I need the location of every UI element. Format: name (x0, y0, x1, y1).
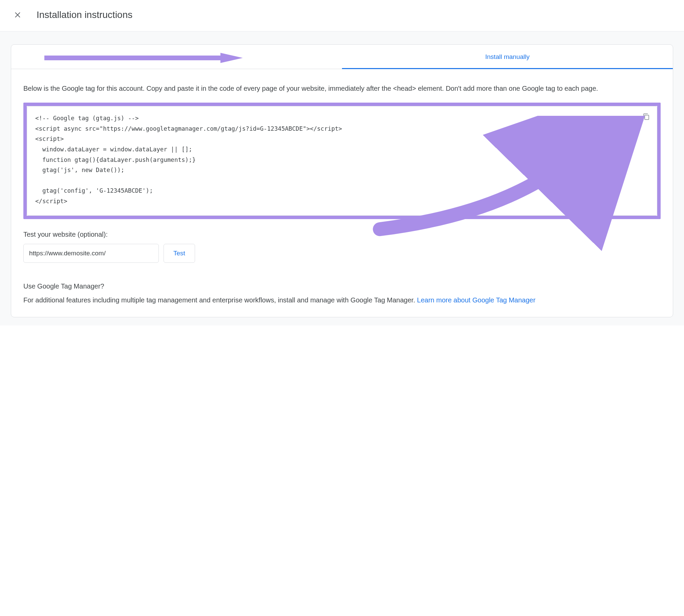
test-row: Test (23, 244, 661, 263)
gtm-learn-more-link[interactable]: Learn more about Google Tag Manager (417, 296, 536, 304)
svg-rect-4 (645, 115, 649, 120)
code-highlight-frame: <!-- Google tag (gtag.js) --> <script as… (23, 103, 661, 219)
intro-text: Below is the Google tag for this account… (23, 83, 661, 94)
tab-active-underline (342, 68, 673, 69)
dialog-header: Installation instructions (0, 0, 684, 31)
card-body: Below is the Google tag for this account… (11, 69, 673, 317)
test-button[interactable]: Test (164, 244, 195, 263)
gtm-body-text: For additional features including multip… (23, 296, 417, 304)
tab-install-manually[interactable]: Install manually (342, 45, 673, 69)
test-url-input[interactable] (23, 244, 159, 263)
copy-icon (642, 112, 650, 121)
code-box: <!-- Google tag (gtag.js) --> <script as… (27, 106, 657, 216)
copy-button[interactable] (639, 110, 653, 123)
tab-label: Install manually (485, 53, 530, 61)
close-button[interactable] (10, 7, 25, 22)
close-icon (14, 11, 21, 19)
tab-install-cms[interactable] (11, 45, 342, 69)
code-snippet[interactable]: <!-- Google tag (gtag.js) --> <script as… (35, 113, 649, 207)
dialog-title: Installation instructions (37, 9, 132, 20)
dialog-body-canvas: Install manually Below is the Google tag… (0, 31, 684, 325)
install-card: Install manually Below is the Google tag… (11, 44, 673, 317)
gtm-body: For additional features including multip… (23, 295, 661, 305)
test-label: Test your website (optional): (23, 231, 661, 238)
gtm-heading: Use Google Tag Manager? (23, 282, 661, 290)
tabs-row: Install manually (11, 45, 673, 69)
